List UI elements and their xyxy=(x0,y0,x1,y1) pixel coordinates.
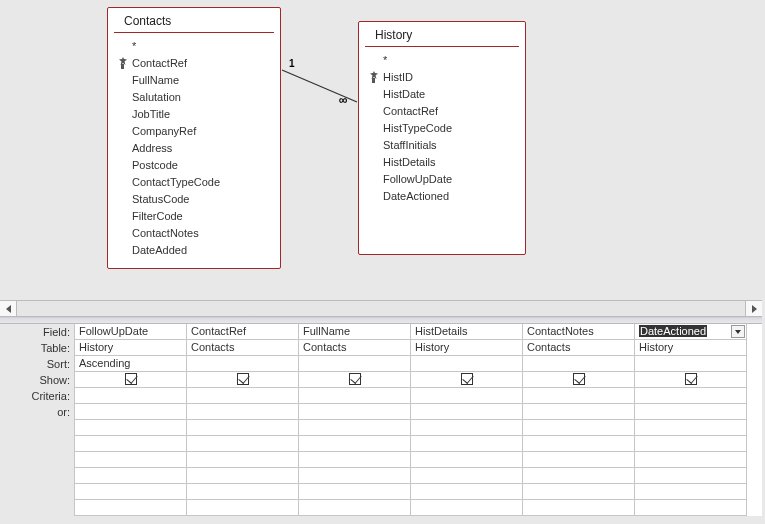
empty-cell[interactable] xyxy=(187,468,299,484)
show-cell[interactable] xyxy=(75,372,187,388)
horizontal-scrollbar[interactable] xyxy=(0,300,762,317)
empty-cell[interactable] xyxy=(411,436,523,452)
show-cell[interactable] xyxy=(411,372,523,388)
field-item[interactable]: DateActioned xyxy=(369,187,515,204)
field-item[interactable]: StaffInitials xyxy=(369,136,515,153)
or-cell[interactable] xyxy=(75,404,187,420)
empty-cell[interactable] xyxy=(187,420,299,436)
scroll-right-button[interactable] xyxy=(745,301,762,316)
table-history[interactable]: History * HistID HistDate ContactRef His… xyxy=(358,21,526,255)
empty-cell[interactable] xyxy=(187,500,299,516)
show-cell[interactable] xyxy=(523,372,635,388)
field-cell[interactable]: ContactRef xyxy=(187,324,299,340)
sort-cell[interactable] xyxy=(523,356,635,372)
empty-cell[interactable] xyxy=(299,500,411,516)
empty-cell[interactable] xyxy=(635,468,747,484)
field-cell-active[interactable]: DateActioned xyxy=(635,324,747,340)
field-item[interactable]: HistTypeCode xyxy=(369,119,515,136)
table-contacts[interactable]: Contacts * ContactRef FullName Salutatio… xyxy=(107,7,281,269)
field-item[interactable]: FilterCode xyxy=(118,207,270,224)
empty-cell[interactable] xyxy=(187,484,299,500)
empty-cell[interactable] xyxy=(523,500,635,516)
field-item[interactable]: FollowUpDate xyxy=(369,170,515,187)
empty-cell[interactable] xyxy=(523,468,635,484)
sort-cell[interactable] xyxy=(299,356,411,372)
field-item[interactable]: ContactRef xyxy=(118,54,270,71)
field-item[interactable]: ContactRef xyxy=(369,102,515,119)
asterisk-row[interactable]: * xyxy=(369,51,515,68)
sort-cell[interactable] xyxy=(187,356,299,372)
empty-cell[interactable] xyxy=(411,420,523,436)
empty-cell[interactable] xyxy=(635,500,747,516)
dropdown-button[interactable] xyxy=(731,325,745,338)
table-cell[interactable]: Contacts xyxy=(187,340,299,356)
empty-cell[interactable] xyxy=(299,468,411,484)
field-item[interactable]: HistDetails xyxy=(369,153,515,170)
field-item[interactable]: DateAdded xyxy=(118,241,270,258)
table-cell[interactable]: Contacts xyxy=(299,340,411,356)
field-item[interactable]: JobTitle xyxy=(118,105,270,122)
or-cell[interactable] xyxy=(187,404,299,420)
field-cell[interactable]: HistDetails xyxy=(411,324,523,340)
empty-cell[interactable] xyxy=(299,436,411,452)
empty-cell[interactable] xyxy=(635,436,747,452)
relationship-pane[interactable]: Contacts * ContactRef FullName Salutatio… xyxy=(0,0,762,300)
empty-cell[interactable] xyxy=(523,436,635,452)
table-cell[interactable]: Contacts xyxy=(523,340,635,356)
asterisk-row[interactable]: * xyxy=(118,37,270,54)
empty-cell[interactable] xyxy=(523,420,635,436)
empty-cell[interactable] xyxy=(523,452,635,468)
table-cell[interactable]: History xyxy=(635,340,747,356)
field-item[interactable]: HistID xyxy=(369,68,515,85)
show-cell[interactable] xyxy=(299,372,411,388)
empty-cell[interactable] xyxy=(299,452,411,468)
or-cell[interactable] xyxy=(523,404,635,420)
empty-cell[interactable] xyxy=(523,484,635,500)
or-cell[interactable] xyxy=(299,404,411,420)
empty-cell[interactable] xyxy=(187,452,299,468)
field-item[interactable]: Salutation xyxy=(118,88,270,105)
or-cell[interactable] xyxy=(635,404,747,420)
field-item[interactable]: CompanyRef xyxy=(118,122,270,139)
empty-cell[interactable] xyxy=(75,436,187,452)
empty-cell[interactable] xyxy=(411,484,523,500)
field-cell[interactable]: ContactNotes xyxy=(523,324,635,340)
sort-cell[interactable] xyxy=(635,356,747,372)
empty-cell[interactable] xyxy=(635,484,747,500)
show-cell[interactable] xyxy=(635,372,747,388)
empty-cell[interactable] xyxy=(187,436,299,452)
criteria-cell[interactable] xyxy=(523,388,635,404)
show-cell[interactable] xyxy=(187,372,299,388)
empty-cell[interactable] xyxy=(635,452,747,468)
empty-cell[interactable] xyxy=(411,500,523,516)
criteria-cell[interactable] xyxy=(635,388,747,404)
table-cell[interactable]: History xyxy=(75,340,187,356)
field-cell[interactable]: FullName xyxy=(299,324,411,340)
or-cell[interactable] xyxy=(411,404,523,420)
field-item[interactable]: HistDate xyxy=(369,85,515,102)
empty-cell[interactable] xyxy=(299,420,411,436)
empty-cell[interactable] xyxy=(411,452,523,468)
criteria-cell[interactable] xyxy=(411,388,523,404)
empty-cell[interactable] xyxy=(411,468,523,484)
scroll-left-button[interactable] xyxy=(0,301,17,316)
field-item[interactable]: ContactTypeCode xyxy=(118,173,270,190)
empty-cell[interactable] xyxy=(75,468,187,484)
empty-cell[interactable] xyxy=(75,500,187,516)
field-cell[interactable]: FollowUpDate xyxy=(75,324,187,340)
pane-divider[interactable] xyxy=(0,317,762,324)
empty-cell[interactable] xyxy=(299,484,411,500)
criteria-cell[interactable] xyxy=(75,388,187,404)
sort-cell[interactable] xyxy=(411,356,523,372)
sort-cell[interactable]: Ascending xyxy=(75,356,187,372)
field-item[interactable]: StatusCode xyxy=(118,190,270,207)
criteria-cell[interactable] xyxy=(187,388,299,404)
criteria-cell[interactable] xyxy=(299,388,411,404)
scroll-track[interactable] xyxy=(17,301,745,316)
field-item[interactable]: FullName xyxy=(118,71,270,88)
empty-cell[interactable] xyxy=(635,420,747,436)
field-item[interactable]: Address xyxy=(118,139,270,156)
empty-cell[interactable] xyxy=(75,452,187,468)
table-cell[interactable]: History xyxy=(411,340,523,356)
field-item[interactable]: ContactNotes xyxy=(118,224,270,241)
